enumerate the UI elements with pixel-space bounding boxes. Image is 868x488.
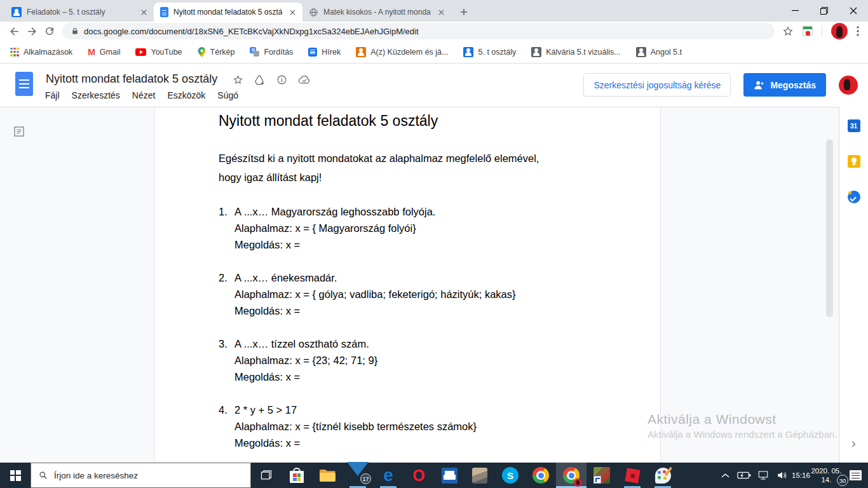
mail-button[interactable]: 17 — [342, 463, 373, 488]
action-center-button[interactable]: 30 — [843, 463, 868, 488]
bookmark-kuzdelem[interactable]: A(z) Küzdelem és já... — [356, 47, 448, 57]
chevron-right-icon[interactable] — [849, 440, 858, 449]
bookmark-gmail[interactable]: M Gmail — [88, 48, 120, 57]
item-solution: Megoldás: x = — [234, 236, 435, 253]
new-tab-button[interactable] — [455, 3, 473, 21]
cloud-saved-icon[interactable] — [298, 75, 311, 85]
tab-close-button[interactable] — [436, 7, 446, 17]
menu-eszkozok[interactable]: Eszközök — [167, 90, 205, 100]
gmail-icon: M — [88, 48, 95, 57]
bookmark-youtube[interactable]: YouTube — [135, 48, 182, 57]
file-explorer-button[interactable] — [312, 463, 342, 488]
task-view-icon — [260, 469, 273, 482]
mail-badge: 17 — [360, 473, 371, 484]
tab-feladatok[interactable]: Feladatok – 5. t osztály — [5, 3, 154, 22]
bookmark-forditas[interactable]: G Fordítás — [250, 47, 293, 57]
chrome-active-button[interactable] — [556, 463, 587, 488]
star-icon[interactable] — [233, 74, 243, 85]
lock-icon[interactable] — [71, 27, 79, 36]
add-to-drive-icon[interactable] — [254, 75, 266, 85]
chrome-button[interactable] — [526, 463, 556, 488]
volume-button[interactable] — [773, 463, 792, 488]
menu-nezet[interactable]: Nézet — [132, 90, 156, 100]
notification-icon — [850, 470, 862, 480]
task-view-button[interactable] — [251, 463, 281, 488]
document-page[interactable]: Nyitott mondat feladatok 5 osztály Egész… — [154, 107, 661, 463]
game-icon — [593, 467, 610, 484]
list-item: 1. A ...x… Magyarország leghosszabb foly… — [219, 203, 625, 253]
tab-matek[interactable]: Matek kisokos - A nyitott monda — [302, 3, 451, 22]
doc-heading: Nyitott mondat feladatok 5 osztály — [219, 111, 625, 131]
request-edit-button[interactable]: Szerkesztési jogosultság kérése — [583, 73, 731, 97]
tab-document-active[interactable]: Nyitott mondat feladatok 5 osztá — [154, 3, 302, 22]
calendar-icon[interactable]: 31 — [848, 119, 860, 132]
account-avatar[interactable] — [839, 76, 858, 95]
address-bar[interactable]: docs.google.com/document/d/18xSN6_KETcBK… — [62, 23, 775, 39]
bookmark-kalvaria[interactable]: Kálvária 5.t vizuális... — [531, 47, 620, 57]
menu-sugo[interactable]: Súgó — [217, 90, 238, 100]
bookmark-star-icon[interactable] — [782, 25, 794, 37]
forward-button[interactable] — [23, 22, 41, 40]
info-icon[interactable] — [276, 74, 287, 85]
taskbar-search-input[interactable]: Írjon ide a kereséshez — [31, 463, 251, 488]
document-title[interactable]: Nyitott mondat feladatok 5 osztály — [46, 72, 217, 86]
reload-icon — [44, 25, 55, 37]
document-outline-icon[interactable] — [13, 125, 25, 138]
person-favicon — [11, 7, 22, 17]
taskbar-clock[interactable]: 15:16 2020. 05. 14. — [792, 463, 843, 488]
google-docs-logo[interactable] — [15, 72, 33, 96]
back-button[interactable] — [5, 22, 23, 40]
item-number: 1. — [219, 203, 234, 253]
tab-close-button[interactable] — [139, 7, 149, 17]
windows-taskbar: Írjon ide a kereséshez 17 e O S 15:16 20… — [0, 463, 868, 488]
reload-button[interactable] — [41, 22, 58, 40]
doc-intro: Egészítsd ki a nyitott mondatokat az ala… — [219, 149, 625, 187]
statue-app-button[interactable] — [465, 463, 495, 488]
vertical-scrollbar[interactable] — [826, 139, 833, 317]
bookmark-5t-osztaly[interactable]: 5. t osztály — [463, 47, 516, 57]
bookmark-label: Térkép — [210, 48, 235, 57]
google-side-panel: 31 — [839, 107, 868, 463]
apps-grid-icon — [10, 48, 19, 57]
profile-avatar[interactable] — [831, 23, 848, 39]
edge-button[interactable]: e — [373, 463, 403, 488]
chrome-icon — [532, 467, 549, 484]
restore-button[interactable] — [810, 0, 839, 21]
person-favicon — [636, 47, 646, 57]
minimize-button[interactable] — [780, 0, 810, 21]
bookmark-terkep[interactable]: Térkép — [198, 47, 235, 57]
share-button[interactable]: Megosztás — [743, 73, 826, 97]
bookmark-hirek[interactable]: Hírek — [308, 48, 341, 57]
tab-close-button[interactable] — [287, 7, 297, 17]
close-window-button[interactable] — [839, 0, 868, 21]
roblox-button[interactable] — [617, 463, 648, 488]
skype-icon: S — [502, 467, 519, 484]
divider — [822, 25, 822, 37]
game-shortcut-button[interactable] — [587, 463, 617, 488]
mail-icon: 17 — [349, 469, 366, 482]
tray-expand-button[interactable] — [715, 463, 735, 488]
paint3d-button[interactable] — [648, 463, 678, 488]
statue-icon — [472, 468, 487, 484]
bookmark-alkalmazasok[interactable]: Alkalmazások — [10, 48, 72, 57]
menu-fajl[interactable]: Fájl — [45, 90, 60, 100]
tab-title: Feladatok – 5. t osztály — [27, 8, 133, 17]
opera-button[interactable]: O — [403, 463, 434, 488]
roblox-icon — [625, 468, 640, 483]
browser-window: Feladatok – 5. t osztály Nyitott mondat … — [0, 0, 868, 488]
person-favicon — [356, 47, 366, 57]
network-button[interactable] — [754, 463, 773, 488]
browser-menu-icon[interactable] — [857, 26, 859, 36]
extension-icon[interactable] — [803, 26, 813, 36]
start-button[interactable] — [0, 463, 31, 488]
skype-button[interactable]: S — [495, 463, 526, 488]
bookmark-angol[interactable]: Angol 5.t — [636, 47, 682, 57]
print-app-button[interactable] — [434, 463, 465, 488]
store-icon — [290, 468, 304, 483]
docs-header: Nyitott mondat feladatok 5 osztály Fájl … — [0, 64, 868, 107]
keep-icon[interactable] — [848, 155, 860, 168]
menu-szerkesztes[interactable]: Szerkesztés — [72, 90, 120, 100]
store-button[interactable] — [281, 463, 312, 488]
tasks-icon[interactable] — [848, 191, 860, 203]
battery-button[interactable] — [735, 463, 754, 488]
